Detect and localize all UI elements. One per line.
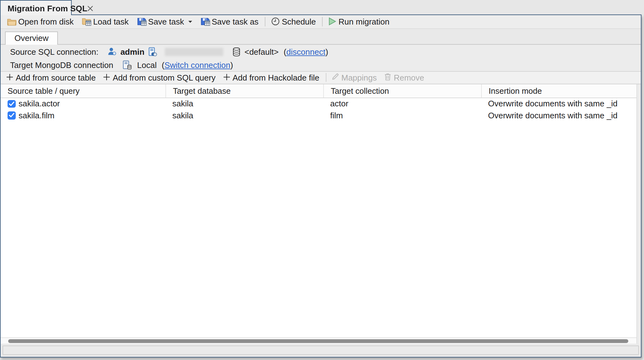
row-source: sakila.actor [19,99,60,109]
window-body: Open from disk Load task [0,14,641,357]
column-header-target-collection: Target collection [323,84,481,97]
status-bar [3,345,639,355]
plus-icon [6,73,13,82]
app-window: Migration From SQL Open from disk [0,0,644,360]
column-header-insertion-mode: Insertion mode [481,84,641,97]
folder-task-icon [82,17,91,26]
add-from-hackolade-file-button[interactable]: Add from Hackolade file [223,73,319,82]
save-task-as-label: Save task as [212,17,258,26]
action-bar: Add from source table Add from custom SQ… [1,71,641,84]
window-tab[interactable]: Migration From SQL [0,0,72,15]
database-icon [232,47,241,56]
run-migration-label: Run migration [339,17,390,26]
server-database-icon [123,60,132,70]
save-task-label: Save task [148,17,184,26]
source-connection-label: Source SQL connection: [10,47,98,56]
row-insertion-mode: Overwrite documents with same _id [488,99,618,109]
source-connection-row: Source SQL connection: admin [10,46,641,58]
mappings-label: Mappings [341,73,377,82]
target-connection-label: Target MongoDB connection [10,60,113,70]
row-target-collection: film [330,111,343,120]
add-from-custom-sql-query-label: Add from custom SQL query [113,73,215,82]
server-icon [148,47,157,56]
action-separator [325,73,326,82]
tab-overview[interactable]: Overview [5,31,58,44]
disconnect-link-wrap: (disconnect) [284,47,328,56]
row-insertion-mode: Overwrite documents with same _id [488,111,618,120]
migration-table: Source table / query Target database Tar… [1,84,641,344]
schedule-label: Schedule [282,17,316,26]
horizontal-scrollbar-track[interactable] [1,337,641,344]
open-from-disk-label: Open from disk [18,17,74,26]
column-header-target-database: Target database [165,84,323,97]
add-from-custom-sql-query-button[interactable]: Add from custom SQL query [103,73,215,82]
open-from-disk-button[interactable]: Open from disk [7,17,74,26]
save-task-as-button[interactable]: Save task as [200,17,258,26]
paren: ) [325,47,328,56]
window-tab-title: Migration From SQL [8,4,87,13]
switch-connection-link[interactable]: Switch connection [164,60,230,70]
play-icon [329,17,337,26]
row-source: sakila.film [19,111,54,120]
source-host-redacted [164,48,223,56]
save-task-button[interactable]: Save task [137,17,192,26]
save-icon [200,17,210,26]
column-header-source: Source table / query [1,84,165,97]
table-row[interactable]: sakila.film sakila film Overwrite docume… [1,110,641,121]
plus-icon [223,73,230,82]
paren: ) [230,60,233,70]
remove-button[interactable]: Remove [384,73,424,82]
chevron-down-icon[interactable] [188,20,192,23]
run-migration-button[interactable]: Run migration [329,17,390,26]
toolbar-separator [265,17,265,26]
pencil-icon [331,73,339,82]
table-row[interactable]: sakila.actor sakila actor Overwrite docu… [1,98,641,110]
sub-tab-strip: Overview [1,29,641,44]
toolbar: Open from disk Load task [1,15,641,29]
source-database: <default> [244,47,278,56]
tab-overview-label: Overview [14,33,48,43]
load-task-button[interactable]: Load task [82,17,129,26]
table-header: Source table / query Target database Tar… [1,84,641,98]
add-from-source-table-button[interactable]: Add from source table [6,73,96,82]
switch-connection-link-wrap: (Switch connection) [162,60,233,70]
user-icon [108,47,117,56]
close-icon[interactable] [87,5,93,12]
schedule-button[interactable]: Schedule [271,17,316,26]
connection-panel: Source SQL connection: admin [1,44,641,71]
row-checkbox[interactable] [8,100,15,108]
toolbar-separator [322,17,323,26]
vertical-scrollbar-track[interactable] [636,84,641,344]
horizontal-scrollbar-thumb[interactable] [8,339,628,343]
mappings-button[interactable]: Mappings [331,73,377,82]
trash-icon [384,73,391,82]
table-body: sakila.actor sakila actor Overwrite docu… [1,98,641,337]
save-icon [137,17,146,26]
row-target-database: sakila [172,111,193,120]
load-task-label: Load task [93,17,129,26]
target-connection-name: Local [137,60,157,70]
source-user: admin [120,47,145,56]
row-target-database: sakila [172,99,193,109]
add-from-source-table-label: Add from source table [16,73,96,82]
remove-label: Remove [394,73,424,82]
add-from-hackolade-file-label: Add from Hackolade file [232,73,319,82]
folder-icon [7,17,16,25]
disconnect-link[interactable]: disconnect [286,47,325,56]
row-target-collection: actor [330,99,348,109]
clock-icon [271,17,280,26]
plus-icon [103,73,110,82]
row-checkbox[interactable] [8,111,15,119]
target-connection-row: Target MongoDB connection Local (Switch … [10,59,641,71]
